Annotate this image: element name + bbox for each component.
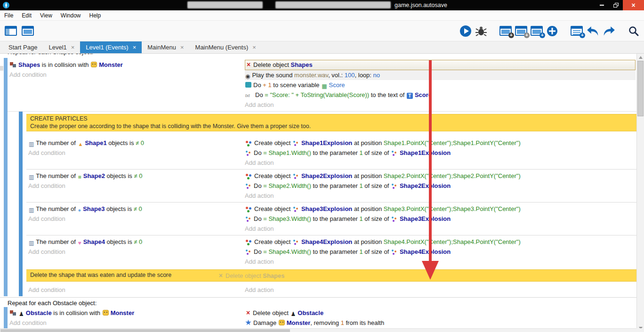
maximize-button[interactable] — [609, 0, 623, 10]
add-condition-link[interactable]: Add condition — [28, 247, 243, 257]
add-scene-button[interactable] — [499, 26, 512, 36]
add-condition-link[interactable]: Add condition — [28, 181, 243, 191]
fold-marker[interactable] — [0, 66, 3, 71]
tab-close-icon[interactable]: × — [71, 44, 75, 51]
play-scene-button[interactable] — [459, 25, 472, 37]
action-line[interactable]: Create object Shape2Explosion at positio… — [245, 171, 636, 181]
event-indent-bar — [4, 58, 8, 296]
start-page-button[interactable] — [22, 26, 34, 36]
monster-icon — [91, 62, 97, 67]
add-action-link[interactable]: Add action — [245, 257, 636, 267]
menu-help[interactable]: Help — [85, 10, 105, 21]
add-action-link[interactable]: Add action — [245, 285, 636, 295]
comment-block[interactable]: CREATE PARTICLES Create the proper one a… — [26, 114, 636, 131]
action-line[interactable]: Create object Shape4Explosion at positio… — [245, 237, 636, 247]
close-button[interactable]: × — [623, 0, 644, 10]
tab-close-icon[interactable]: × — [252, 44, 256, 51]
add-action-link[interactable]: Add action — [245, 191, 636, 201]
search-icon[interactable] — [628, 25, 639, 37]
add-condition-link[interactable]: Add condition — [9, 318, 243, 328]
add-extension-button[interactable] — [546, 25, 558, 37]
debug-button[interactable] — [475, 25, 487, 37]
delete-icon: × — [246, 61, 251, 68]
action-line[interactable]: Do = Shape3.Width() to the parameter 1 o… — [245, 214, 636, 224]
action-line[interactable]: ◉Play the sound monster.wav, vol.: 100, … — [245, 70, 636, 80]
minimize-button[interactable] — [595, 0, 609, 10]
count-icon: ▥ — [29, 141, 34, 147]
menu-window[interactable]: Window — [56, 10, 85, 21]
tab-start-page[interactable]: Start Page — [3, 41, 43, 53]
add-condition-link[interactable]: Add condition — [28, 285, 243, 295]
tab-label: Level1 — [48, 44, 66, 51]
action-line[interactable]: Create object Shape1Explosion at positio… — [245, 138, 636, 148]
particles-icon — [391, 249, 398, 255]
undo-button[interactable] — [586, 25, 599, 37]
subevent-shape3[interactable]: ▥The number of ●Shape3 objects is ≠ 0 Ad… — [26, 202, 636, 235]
tab-mainmenu[interactable]: MainMenu× — [142, 41, 189, 53]
titlebar: game.json.autosave × — [0, 0, 644, 10]
subevents-indent-bar — [19, 112, 23, 296]
projects-manager-button[interactable] — [5, 26, 17, 36]
action-line[interactable]: Damage Monster, removing 1 from its heal… — [245, 318, 636, 328]
action-line[interactable]: Do + 1 to scene variable ▦Score — [245, 80, 636, 90]
particles-icon — [245, 249, 252, 255]
event-repeat-obstacle-header[interactable]: Repeat for each Obstacle object: — [0, 297, 636, 307]
particles-icon — [293, 206, 299, 212]
add-action-link[interactable]: Add action — [245, 158, 636, 168]
particles-icon — [245, 150, 252, 156]
condition-line[interactable]: ▥The number of ♥Shape4 objects is ≠ 0 — [28, 237, 243, 247]
action-line[interactable]: Create object Shape3Explosion at positio… — [245, 204, 636, 214]
horizontal-scrollbar[interactable] — [0, 328, 636, 332]
text-icon: txt — [245, 94, 253, 98]
vertical-scrollbar-thumb[interactable] — [637, 61, 644, 116]
vertical-scrollbar[interactable] — [636, 54, 644, 332]
scroll-up-icon[interactable] — [639, 56, 643, 59]
action-line-selected[interactable]: ×Delete object Shapes — [245, 60, 636, 70]
count-icon: ▥ — [29, 240, 34, 246]
subevent-delete-shape[interactable]: Add condition Add action — [26, 283, 636, 296]
menu-file[interactable]: File — [0, 10, 17, 21]
tab-close-icon[interactable]: × — [133, 44, 137, 51]
action-line[interactable]: Do = Shape2.Width() to the parameter 1 o… — [245, 181, 636, 191]
event-repeat-obstacle[interactable]: ♟Obstacle is in collision with Monster A… — [0, 307, 636, 329]
events-gutter — [0, 58, 4, 296]
subevent-shape1[interactable]: ▥The number of ▲Shape1 objects is ≠ 0 Ad… — [26, 137, 636, 169]
tab-level1-events[interactable]: Level1 (Events)× — [80, 41, 142, 53]
subevent-shape4[interactable]: ▥The number of ♥Shape4 objects is ≠ 0 Ad… — [26, 235, 636, 268]
event-repeat-shapes[interactable]: Shapes is in collision with Monster Add … — [0, 58, 636, 296]
add-action-link[interactable]: Add action — [245, 100, 636, 110]
add-external-events-button[interactable] — [515, 26, 527, 36]
tab-label: MainMenu (Events) — [195, 44, 249, 51]
clipped-event-header: Repeat for each Shapes object: — [0, 54, 636, 58]
events-sheet: Repeat for each Shapes object: Shapes is… — [0, 54, 636, 328]
add-external-layout-button[interactable] — [531, 26, 543, 36]
condition-line[interactable]: Shapes is in collision with Monster — [9, 60, 243, 70]
window-title: game.json.autosave — [394, 2, 447, 8]
action-line[interactable]: txtDo = "Score: " + ToString(Variable(Sc… — [245, 90, 636, 100]
menu-view[interactable]: View — [36, 10, 56, 21]
delete-ghost-icon: × — [218, 272, 224, 279]
comment-block[interactable]: Delete the shape that was eaten and upda… — [26, 269, 636, 282]
action-line[interactable]: Do = Shape1.Width() to the parameter 1 o… — [245, 148, 636, 158]
tab-mainmenu-events[interactable]: MainMenu (Events)× — [190, 41, 262, 53]
add-action-link[interactable]: Add action — [245, 224, 636, 234]
shape3-icon: ● — [78, 208, 81, 213]
add-condition-link[interactable]: Add condition — [28, 214, 243, 224]
action-line[interactable]: Do = Shape4.Width() to the parameter 1 o… — [245, 247, 636, 257]
condition-line[interactable]: ♟Obstacle is in collision with Monster — [9, 308, 243, 318]
subevent-shape2[interactable]: ▥The number of ■Shape2 objects is ≠ 0 Ad… — [26, 169, 636, 202]
add-condition-link[interactable]: Add condition — [9, 70, 243, 80]
objects-list-button[interactable] — [571, 26, 583, 36]
horizontal-scrollbar-thumb[interactable] — [0, 329, 290, 332]
condition-line[interactable]: ▥The number of ●Shape3 objects is ≠ 0 — [28, 204, 243, 214]
tab-close-icon[interactable]: × — [180, 44, 184, 51]
condition-line[interactable]: ▥The number of ▲Shape1 objects is ≠ 0 — [28, 138, 243, 148]
menu-edit[interactable]: Edit — [17, 10, 36, 21]
redo-button[interactable] — [603, 25, 616, 37]
add-condition-link[interactable]: Add condition — [28, 148, 243, 158]
action-line[interactable]: ×Delete object ♟Obstacle — [245, 308, 636, 318]
tab-level1[interactable]: Level1× — [43, 41, 80, 53]
sound-icon: ◉ — [245, 73, 250, 79]
condition-line[interactable]: ▥The number of ■Shape2 objects is ≠ 0 — [28, 171, 243, 181]
comment-title: Delete the shape that was eaten and upda… — [30, 272, 633, 279]
